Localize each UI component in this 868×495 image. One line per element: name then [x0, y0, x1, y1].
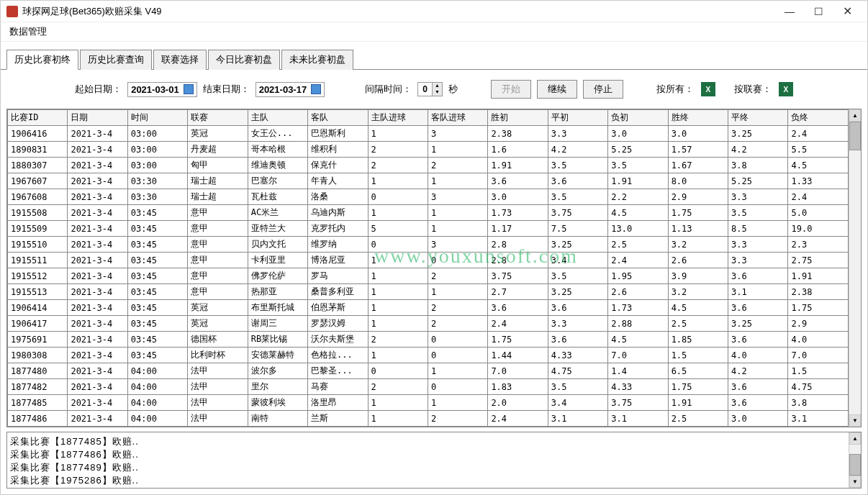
table-row[interactable]: 19676082021-3-403:30瑞士超瓦杜兹洛桑033.03.52.22…: [8, 189, 849, 205]
spin-up-icon[interactable]: ▲: [432, 83, 442, 89]
table-cell: 意甲: [188, 268, 248, 284]
excel-icon[interactable]: X: [701, 82, 715, 96]
table-cell: 2021-3-4: [68, 189, 127, 205]
column-header[interactable]: 负初: [608, 110, 668, 126]
table-row[interactable]: 18908312021-3-403:00丹麦超哥本哈根维积利211.64.25.…: [8, 142, 849, 158]
table-row[interactable]: 18803072021-3-403:00匈甲维迪奥顿保克什221.913.53.…: [8, 158, 849, 173]
table-cell: 卡利亚里: [248, 253, 307, 268]
tab-league-select[interactable]: 联赛选择: [153, 50, 207, 70]
table-cell: 3.0: [668, 126, 728, 142]
start-button[interactable]: 开始: [491, 80, 531, 99]
table-cell: 维迪奥顿: [248, 158, 307, 173]
column-header[interactable]: 平终: [728, 110, 788, 126]
table-row[interactable]: 19155112021-3-403:45意甲卡利亚里博洛尼亚102.83.42.…: [8, 253, 849, 268]
table-row[interactable]: 19064162021-3-403:00英冠女王公...巴恩斯利132.383.…: [8, 126, 849, 142]
table-cell: 3.1: [548, 411, 607, 427]
table-cell: 2.3: [788, 237, 849, 253]
spin-down-icon[interactable]: ▼: [432, 89, 442, 96]
calendar-icon[interactable]: [311, 84, 321, 94]
column-header[interactable]: 平初: [548, 110, 607, 126]
table-cell: 2021-3-4: [68, 300, 127, 316]
tab-today-initial[interactable]: 今日比赛初盘: [208, 50, 280, 70]
table-cell: 1: [368, 268, 428, 284]
tab-history-query[interactable]: 历史比赛查询: [80, 50, 152, 70]
table-row[interactable]: 19155082021-3-403:45意甲AC米兰乌迪内斯111.733.75…: [8, 205, 849, 221]
table-row[interactable]: 19155102021-3-403:45意甲贝内文托维罗纳032.83.252.…: [8, 237, 849, 253]
end-date-input[interactable]: 2021-03-17: [256, 82, 325, 97]
column-header[interactable]: 客队进球: [428, 110, 487, 126]
table-cell: 03:00: [127, 158, 187, 173]
excel-icon[interactable]: X: [779, 82, 793, 96]
calendar-icon[interactable]: [184, 84, 194, 94]
table-cell: 3.5: [548, 268, 607, 284]
table-cell: 1: [428, 395, 487, 411]
table-cell: 1915510: [8, 237, 68, 253]
scroll-down-icon[interactable]: ▼: [849, 414, 861, 427]
stop-button[interactable]: 停止: [583, 80, 623, 99]
scroll-up-icon[interactable]: ▲: [849, 109, 861, 122]
column-header[interactable]: 负终: [788, 110, 849, 126]
table-row[interactable]: 19064142021-3-403:45英冠布里斯托城伯恩茅斯123.63.61…: [8, 300, 849, 316]
column-header[interactable]: 胜终: [668, 110, 728, 126]
table-row[interactable]: 19155092021-3-403:45意甲亚特兰大克罗托内511.177.51…: [8, 221, 849, 237]
column-header[interactable]: 比赛ID: [8, 110, 68, 126]
table-cell: 7.0: [788, 348, 849, 363]
column-header[interactable]: 客队: [308, 110, 368, 126]
table-cell: 1: [368, 316, 428, 332]
start-date-label: 起始日期：: [75, 83, 122, 96]
table-cell: 3: [428, 189, 487, 205]
column-header[interactable]: 日期: [68, 110, 127, 126]
table-cell: 7.0: [608, 348, 668, 363]
tab-future-initial[interactable]: 未来比赛初盘: [281, 50, 353, 70]
table-cell: 亚特兰大: [248, 221, 307, 237]
vertical-scrollbar[interactable]: ▲ ▼: [849, 109, 861, 427]
column-header[interactable]: 时间: [127, 110, 187, 126]
table-row[interactable]: 18774852021-3-404:00法甲蒙彼利埃洛里昂112.03.43.7…: [8, 395, 849, 411]
table-cell: 8.0: [668, 173, 728, 189]
table-cell: 2.8: [488, 237, 548, 253]
table-cell: 罗瑟汉姆: [308, 316, 368, 332]
table-row[interactable]: 19756912021-3-403:45德国杯RB莱比锡沃尔夫斯堡201.753…: [8, 332, 849, 348]
table-cell: 2.38: [488, 126, 548, 142]
menu-data-mgmt[interactable]: 数据管理: [6, 24, 50, 38]
table-row[interactable]: 19803082021-3-403:45比利时杯安德莱赫特色格拉...101.4…: [8, 348, 849, 363]
table-row[interactable]: 19676072021-3-403:30瑞士超巴塞尔年青人113.63.61.9…: [8, 173, 849, 189]
column-header[interactable]: 胜初: [488, 110, 548, 126]
scroll-thumb[interactable]: [849, 454, 861, 476]
table-row[interactable]: 18774822021-3-404:00法甲里尔马赛201.833.54.331…: [8, 379, 849, 395]
table-cell: 8.5: [728, 221, 788, 237]
table-cell: 3.25: [728, 316, 788, 332]
table-cell: 1.83: [488, 379, 548, 395]
table-cell: 5.5: [788, 142, 849, 158]
log-scrollbar[interactable]: ▲ ▼: [849, 432, 861, 488]
table-cell: 维积利: [308, 142, 368, 158]
continue-button[interactable]: 继续: [537, 80, 577, 99]
table-row[interactable]: 19155132021-3-403:45意甲热那亚桑普多利亚112.73.252…: [8, 284, 849, 300]
scroll-down-icon[interactable]: ▼: [849, 476, 861, 488]
table-cell: 2.88: [608, 316, 668, 332]
table-cell: 2: [368, 158, 428, 173]
table-cell: 瓦杜兹: [248, 189, 307, 205]
table-cell: 法甲: [188, 411, 248, 427]
interval-spinner[interactable]: 0 ▲ ▼: [417, 82, 443, 96]
table-cell: 1.91: [788, 268, 849, 284]
table-cell: 热那亚: [248, 284, 307, 300]
minimize-button[interactable]: —: [775, 1, 804, 22]
table-cell: 1915508: [8, 205, 68, 221]
table-row[interactable]: 18774862021-3-404:00法甲南特兰斯122.43.13.12.5…: [8, 411, 849, 427]
table-row[interactable]: 19155122021-3-403:45意甲佛罗伦萨罗马123.753.51.9…: [8, 268, 849, 284]
scroll-up-icon[interactable]: ▲: [849, 432, 861, 445]
column-header[interactable]: 主队: [248, 110, 307, 126]
table-cell: 4.2: [728, 363, 788, 379]
column-header[interactable]: 联赛: [188, 110, 248, 126]
close-button[interactable]: ✕: [833, 1, 862, 22]
column-header[interactable]: 主队进球: [368, 110, 428, 126]
start-date-input[interactable]: 2021-03-01: [127, 82, 197, 97]
table-row[interactable]: 19064172021-3-403:45英冠谢周三罗瑟汉姆122.43.32.8…: [8, 316, 849, 332]
maximize-button[interactable]: ☐: [804, 1, 833, 22]
table-cell: 3.3: [548, 126, 607, 142]
table-cell: 罗马: [308, 268, 368, 284]
table-row[interactable]: 18774802021-3-404:00法甲波尔多巴黎圣...017.04.75…: [8, 363, 849, 379]
tab-history-initial-final[interactable]: 历史比赛初终: [6, 50, 78, 70]
scroll-thumb[interactable]: [849, 122, 861, 150]
